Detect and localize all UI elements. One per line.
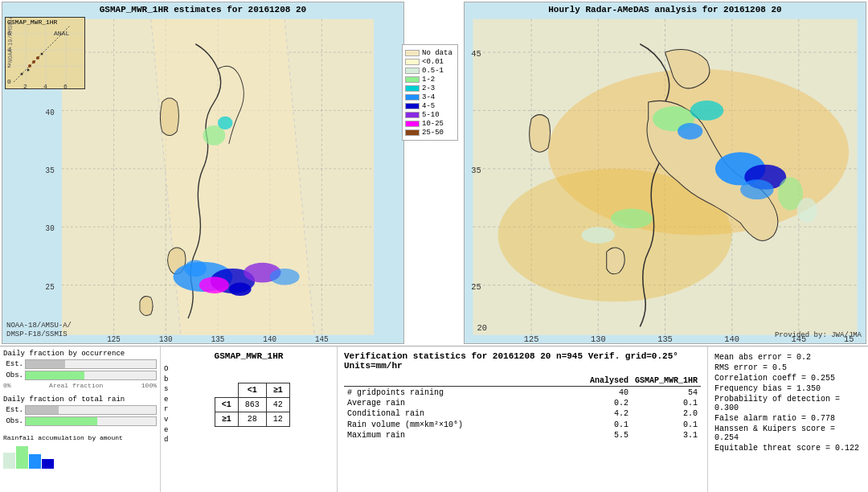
main-container: GSMAP_MWR_1HR estimates for 20161208 20 … [0,0,868,492]
verif-label-avg-rain: Average rain [344,398,587,408]
verif-val-volume-analysed: 0.1 [587,419,632,430]
rain-chart-title: Daily fraction of total rain [3,396,157,404]
maps-row: GSMAP_MWR_1HR estimates for 20161208 20 … [0,0,868,346]
verif-val-max-rain-gsmap: 3.1 [632,430,701,441]
rain-est-label: Est. [3,406,23,414]
verif-header-gsmap: GSMAP_MWR_1HR [632,375,701,387]
svg-text:25: 25 [46,282,55,292]
occurrence-chart-title: Daily fraction by occurrence [3,350,157,358]
verif-label-gridpoints: # gridpoints raining [344,387,587,398]
right-map-svg: 45 35 25 125 130 135 140 145 15 20 [465,2,866,343]
legend-item-0: <0.01 [405,58,455,66]
occurrence-axis-2: 100% [141,382,157,389]
legend-label-4: 3-4 [422,93,435,101]
legend-label-nodata: No data [422,49,452,57]
svg-text:125: 125 [107,334,121,343]
verif-val-gridpoints-analysed: 40 [587,387,632,398]
rain-est-row: Est. [3,405,157,415]
stat-far: False alarm ratio = 0.778 [714,414,862,423]
inset-map: GSMAP_MWR_1HR 6 4 2 0 2 4 6 [5,17,85,89]
verif-header-analysed: Analysed [587,375,632,387]
acc-bar-2 [16,446,28,469]
rain-obs-label: Obs. [3,417,23,425]
legend-label-0: <0.01 [422,58,444,66]
legend-item-6: 5-10 [405,111,455,119]
verif-label-max-rain: Maximum rain [344,430,587,441]
verif-val-avg-rain-analysed: 0.2 [587,398,632,408]
svg-point-77 [582,227,616,244]
contingency-table-wrapper: Observed <1 ≥1 <1 863 42 [164,364,334,445]
verif-val-volume-gsmap: 0.1 [632,419,701,430]
svg-text:20: 20 [477,324,487,334]
verif-header-label [344,375,587,387]
occurrence-est-bar-fill [26,360,65,368]
stat-correlation: Correlation coeff = 0.255 [714,374,862,383]
svg-text:130: 130 [159,334,173,343]
occurrence-obs-bar-fill [26,371,84,379]
legend-item-1: 0.5-1 [405,67,455,75]
right-map: Hourly Radar-AMeDAS analysis for 2016120… [464,2,866,344]
legend-item-nodata: No data [405,49,455,57]
legend-item-2: 1-2 [405,76,455,84]
legend-item-7: 10-25 [405,120,455,128]
occurrence-axis-0: 0% [3,382,11,389]
svg-text:35: 35 [471,166,481,175]
occurrence-est-row: Est. [3,359,157,369]
verification-table: Analysed GSMAP_MWR_1HR # gridpoints rain… [344,375,701,441]
svg-point-71 [690,100,724,121]
rain-est-bar-fill [26,406,59,414]
left-map-title: GSMAP_MWR_1HR estimates for 20161208 20 [2,5,403,14]
verif-val-cond-rain-analysed: 4.2 [587,408,632,419]
stats-row: Daily fraction by occurrence Est. Obs. 0… [0,346,868,492]
occurrence-est-label: Est. [3,360,23,368]
svg-text:135: 135 [211,334,225,343]
legend-item-3: 2-3 [405,84,455,92]
stat-freq-bias: Frequency bias = 1.350 [714,384,862,393]
verif-label-cond-rain: Conditional rain [344,408,587,419]
verification-title: Verification statistics for 20161208 20 … [344,351,701,371]
svg-text:40: 40 [46,108,55,117]
legend-label-7: 10-25 [422,120,444,128]
gsmap-label: GSMAP_MWR_1HR [164,351,334,361]
svg-point-45 [270,269,300,285]
svg-text:0: 0 [7,78,11,85]
svg-text:2: 2 [23,83,27,89]
svg-text:130: 130 [591,334,606,343]
rain-obs-bar-bg [25,416,157,426]
rain-obs-row: Obs. [3,416,157,426]
verif-row-cond-rain: Conditional rain 4.2 2.0 [344,408,701,419]
right-map-attribution: Provided by: JWA/JMA [775,331,862,339]
svg-point-79 [797,198,817,223]
verif-val-cond-rain-gsmap: 2.0 [632,408,701,419]
verif-row-max-rain: Maximum rain 5.5 3.1 [344,430,701,441]
svg-text:140: 140 [724,334,739,343]
svg-point-42 [199,277,229,293]
svg-text:30: 30 [46,224,55,234]
right-map-title: Hourly Radar-AMeDAS analysis for 2016120… [465,5,866,14]
contingency-table-section: GSMAP_MWR_1HR Observed <1 ≥1 <1 863 [161,346,338,492]
accumulation-chart [3,445,157,469]
svg-point-38 [218,117,232,130]
stat-pod: Probability of detection = 0.300 [714,395,862,412]
cell-01: 42 [266,397,289,412]
occurrence-axis-1: Areal fraction [49,382,103,389]
contingency-data-table: <1 ≥1 <1 863 42 ≥1 28 12 [215,383,290,427]
observed-axis-label: Observed [164,364,168,445]
svg-point-76 [611,208,653,228]
stat-hk-score: Hanssen & Kuipers score = 0.254 [714,424,862,442]
contingency-table-inner: <1 ≥1 <1 863 42 ≥1 28 12 [170,383,334,427]
svg-text:4: 4 [43,83,47,89]
verif-header-row: Analysed GSMAP_MWR_1HR [344,375,701,387]
svg-point-44 [184,260,207,277]
left-map: GSMAP_MWR_1HR estimates for 20161208 20 … [2,2,404,344]
svg-text:ANAL: ANAL [54,30,69,37]
legend-item-4: 3-4 [405,93,455,101]
legend-label-1: 0.5-1 [422,67,444,75]
right-stats-section: Mean abs error = 0.2 RMS error = 0.5 Cor… [707,346,868,492]
verif-val-avg-rain-gsmap: 0.1 [632,398,701,408]
svg-text:35: 35 [46,166,55,176]
occurrence-axis: 0% Areal fraction 100% [3,382,157,389]
svg-text:140: 140 [263,334,276,343]
svg-point-17 [27,69,30,72]
svg-text:25: 25 [471,282,481,292]
